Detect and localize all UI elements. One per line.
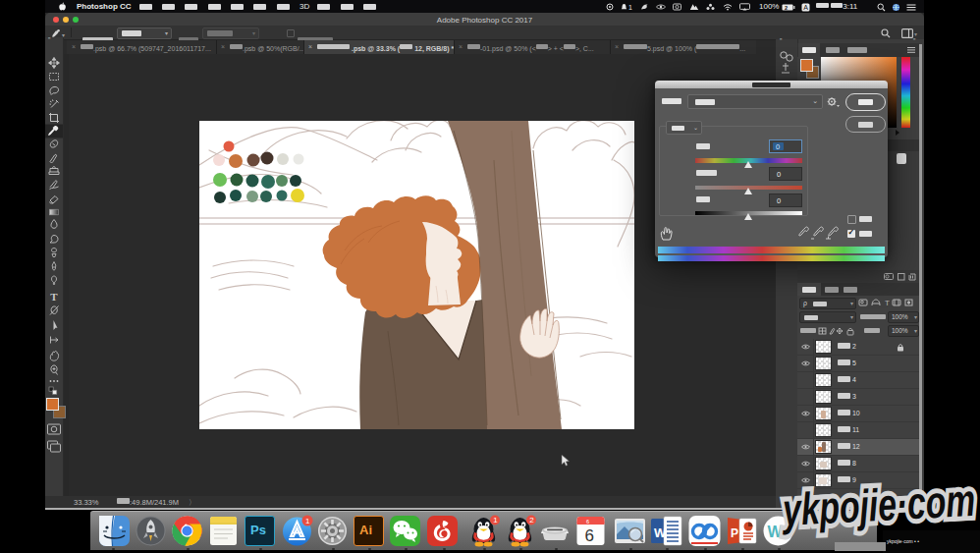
svg-text:6: 6	[586, 519, 589, 525]
svg-text:6: 6	[585, 526, 594, 545]
svg-text:T: T	[50, 291, 58, 303]
svg-text:2: 2	[785, 4, 788, 10]
svg-text:1: 1	[305, 517, 310, 525]
svg-text:1: 1	[628, 4, 632, 11]
svg-text:P: P	[731, 526, 738, 540]
svg-text:ykpojie·com: ykpojie·com	[780, 474, 976, 535]
svg-text:T: T	[885, 299, 890, 307]
svg-text:W: W	[654, 525, 667, 540]
svg-text:2: 2	[529, 516, 534, 525]
svg-text:1: 1	[493, 516, 498, 525]
svg-text:A: A	[803, 4, 808, 11]
